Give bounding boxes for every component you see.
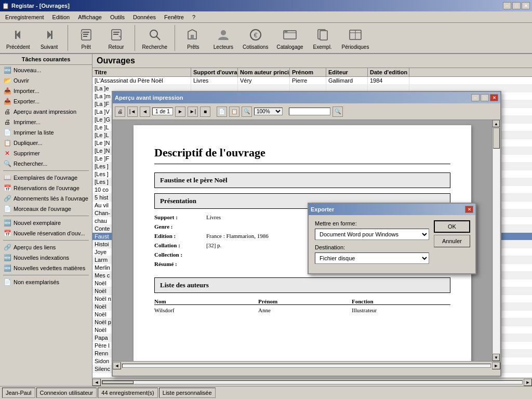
menu-donnees[interactable]: Données (129, 13, 160, 21)
toolbar-recherche[interactable]: Recherche (140, 25, 169, 51)
resume-label: Résumé : (154, 261, 206, 267)
preview-scroll-left[interactable]: ◄ (113, 362, 121, 369)
preview-htrack[interactable] (122, 364, 491, 368)
sidebar-item-apercu[interactable]: 🖨 Aperçu avant impression (0, 107, 92, 117)
status-user: Jean-Paul (2, 388, 35, 398)
retour-label: Retour (109, 44, 124, 50)
edition-value: France : Flammarion, 1986 (206, 233, 269, 239)
maximize-button[interactable]: □ (512, 2, 521, 9)
preview-prev-btn[interactable]: ◄ (140, 107, 150, 117)
toolbar-suivant[interactable]: Suivant (36, 25, 62, 51)
authors-box: Liste des auteurs (154, 277, 450, 293)
menu-fenetre[interactable]: Fenêtre (160, 13, 188, 21)
collation-value: [32] p. (206, 242, 221, 248)
format-label: Mettre en forme: (315, 220, 429, 227)
toolbar: Précédent Suivant Prêt Retour Recherche … (0, 23, 532, 54)
svg-rect-23 (286, 31, 287, 32)
sidebar-item-rechercher[interactable]: 🔍 Rechercher... (0, 158, 92, 169)
toolbar-exempl[interactable]: Exempl. (310, 25, 336, 51)
cancel-button[interactable]: Annuler (434, 235, 470, 247)
sidebar-item-morceaux[interactable]: 📄 Morceaux de l'ouvrage (0, 204, 92, 214)
format-select[interactable]: Document Word pour Windows RTF HTML Text… (315, 229, 429, 240)
toolbar-lecteurs[interactable]: Lecteurs (210, 25, 236, 51)
sidebar-item-abonnements[interactable]: 🔗 Abonnements liés à l'ouvrage (0, 193, 92, 204)
scrollbar-track[interactable] (102, 380, 523, 384)
page-number-input[interactable] (152, 108, 173, 115)
sidebar-item-imprimer-liste[interactable]: 📄 Imprimer la liste (0, 127, 92, 138)
periodiques-label: Périodiques (342, 44, 369, 50)
preview-page-btn[interactable]: 📄 (217, 107, 227, 117)
menu-outils[interactable]: Outils (106, 13, 129, 21)
pret-label: Prêt (81, 44, 90, 50)
zoom-select[interactable]: 100% 75% 50% 150% (254, 108, 283, 115)
scroll-down-btn[interactable]: ▼ (493, 354, 500, 361)
preview-search-btn[interactable]: 🔍 (332, 107, 343, 117)
scroll-up-btn[interactable]: ▲ (493, 120, 500, 127)
vscroll-track[interactable] (493, 128, 500, 353)
sidebar-item-nouveau[interactable]: 🆕 Nouveau... (0, 65, 92, 75)
ok-button[interactable]: OK (434, 220, 470, 233)
toolbar-prets[interactable]: Prêts (180, 25, 206, 51)
preview-print-btn[interactable]: 🖨 (115, 107, 125, 117)
minimize-button[interactable]: ─ (503, 2, 511, 9)
scrollbar-thumb[interactable] (102, 381, 134, 384)
horizontal-scrollbar[interactable]: ◄ ► (92, 378, 532, 386)
book-title-text: Faustine et le père Noël (160, 176, 228, 184)
toolbar-cotisations[interactable]: € Cotisations (241, 25, 270, 51)
destination-select[interactable]: Fichier disque Imprimante (315, 252, 429, 264)
preview-zoom-in-btn[interactable]: 🔍 (242, 107, 252, 117)
preview-next-btn[interactable]: ► (175, 107, 185, 117)
export-buttons: OK Annuler (434, 220, 470, 247)
preview-close-btn[interactable]: ✕ (490, 94, 498, 101)
toolbar-precedent[interactable]: Précédent (4, 25, 32, 51)
col-nom-header: Nom (154, 298, 258, 304)
menu-affichage[interactable]: Affichage (74, 13, 106, 21)
vscroll-thumb[interactable] (493, 128, 500, 149)
sidebar-item-non-exemplarisés[interactable]: 📄 Non exemplarisés (0, 277, 92, 287)
sidebar-sep-3 (3, 240, 89, 241)
sidebar-item-imprimer[interactable]: 🖨 Imprimer... (0, 117, 92, 127)
table-row[interactable]: [L'Assassinat du Père Noël Livres Véry P… (92, 77, 532, 85)
search-input[interactable] (289, 108, 330, 115)
menu-enregistrement[interactable]: Enregistrement (1, 13, 48, 21)
col-fonction-header: Fonction (352, 298, 445, 304)
sidebar-item-exporter[interactable]: 📤 Exporter... (0, 96, 92, 107)
scroll-left-btn[interactable]: ◄ (92, 379, 101, 386)
sidebar-item-nouvel-exemplaire[interactable]: 🆕 Nouvel exemplaire (0, 218, 92, 228)
preview-stop-btn[interactable]: ■ (200, 107, 210, 117)
author-prenom: Anne (258, 307, 352, 313)
sidebar-item-supprimer[interactable]: ✕ Supprimer (0, 148, 92, 158)
sidebar-item-vedettes[interactable]: 🆕 Nouvelles vedettes matières (0, 263, 92, 273)
sidebar-item-ouvrir[interactable]: 📂 Ouvrir (0, 75, 92, 86)
toolbar-pret[interactable]: Prêt (73, 25, 99, 51)
apercu-icon: 🖨 (3, 108, 11, 116)
sidebar-sep-2 (3, 216, 89, 216)
sidebar-item-nouvelle-reservation[interactable]: 📅 Nouvelle réservation d'ouv... (0, 228, 92, 238)
preview-scroll-right[interactable]: ► (492, 362, 500, 369)
sidebar-item-apercu-liens[interactable]: 🔗 Aperçu des liens (0, 242, 92, 252)
toolbar-retour[interactable]: Retour (103, 25, 129, 51)
sidebar-item-reservations[interactable]: 📅 Réservations de l'ouvrage (0, 183, 92, 193)
export-close-btn[interactable]: ✕ (465, 206, 473, 213)
preview-minimize-btn[interactable]: ─ (471, 94, 480, 101)
sidebar-item-dupliquer[interactable]: 📋 Dupliquer... (0, 138, 92, 148)
toolbar-periodiques[interactable]: Périodiques (340, 25, 371, 51)
sidebar-item-importer[interactable]: 📥 Importer... (0, 86, 92, 96)
abonnements-icon: 🔗 (3, 194, 11, 203)
preview-hscroll[interactable]: ◄ ► (113, 361, 500, 369)
preview-first-btn[interactable]: |◄ (127, 107, 138, 117)
scroll-right-btn[interactable]: ► (524, 379, 532, 386)
author-row: Wilsdorf Anne Illustrateur (154, 307, 450, 313)
preview-pages-btn[interactable]: 📋 (229, 107, 240, 117)
preview-last-btn[interactable]: ►| (188, 107, 198, 117)
menu-help[interactable]: ? (188, 13, 200, 21)
toolbar-catalogage[interactable]: Catalogage (274, 25, 305, 51)
preview-maximize-btn[interactable]: □ (481, 94, 489, 101)
close-button[interactable]: ✕ (522, 2, 530, 9)
sidebar-item-exemplaires[interactable]: 📖 Exemplaires de l'ouvrage (0, 172, 92, 183)
morceaux-icon: 📄 (3, 205, 11, 213)
preview-vscroll[interactable]: ▲ ▼ (492, 120, 500, 361)
imprimer-liste-icon: 📄 (3, 128, 11, 137)
menu-edition[interactable]: Edition (48, 13, 74, 21)
sidebar-item-indexations[interactable]: 🆕 Nouvelles indexations (0, 252, 92, 263)
